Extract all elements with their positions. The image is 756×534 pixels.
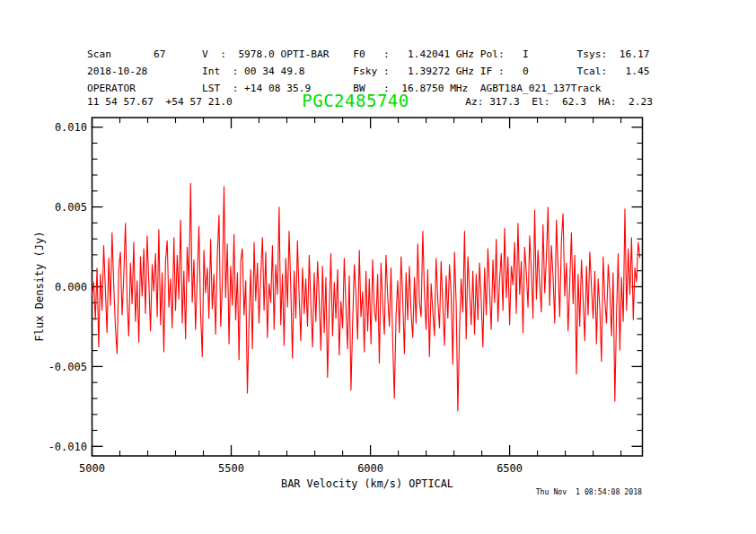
y-tick-label: 0.010 bbox=[55, 121, 87, 134]
x-axis-label: BAR Velocity (km/s) OPTICAL bbox=[281, 477, 453, 490]
header-line-scan: Scan 67 V : 5978.0 OPTI-BAR F0 : 1.42041… bbox=[87, 49, 649, 60]
source-coordinates: 11 54 57.67 +54 57 21.0 bbox=[87, 97, 233, 108]
plot-timestamp: Thu Nov 1 08:54:08 2018 bbox=[536, 487, 642, 496]
gbtidl-plotter-window: 50005500600065000.0100.0050.000-0.005-0.… bbox=[0, 0, 756, 534]
x-tick-label: 5500 bbox=[218, 462, 244, 475]
source-name: PGC2485740 bbox=[302, 91, 409, 110]
x-tick-label: 6000 bbox=[357, 462, 383, 475]
spectrum-trace bbox=[92, 183, 640, 411]
y-axis-label: Flux Density (Jy) bbox=[33, 232, 46, 342]
az-el-ha-readout: Az: 317.3 El: 62.3 HA: 2.23 bbox=[465, 96, 653, 108]
y-tick-label: 0.005 bbox=[55, 201, 87, 214]
y-tick-label: -0.005 bbox=[48, 361, 87, 373]
spectrum-plot-area[interactable]: 50005500600065000.0100.0050.000-0.005-0.… bbox=[0, 0, 756, 534]
x-tick-label: 6500 bbox=[497, 462, 523, 475]
y-tick-label: -0.010 bbox=[48, 441, 87, 453]
x-tick-label: 5000 bbox=[79, 462, 105, 475]
header-line-date: 2018-10-28 Int : 00 34 49.8 Fsky : 1.392… bbox=[87, 66, 649, 77]
y-tick-label: 0.000 bbox=[55, 281, 87, 293]
